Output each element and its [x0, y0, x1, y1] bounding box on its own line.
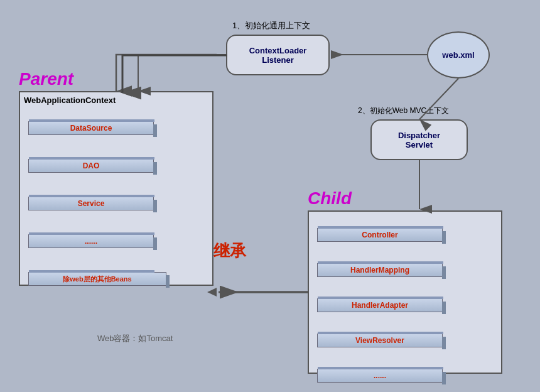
svg-marker-7 [207, 288, 217, 297]
inherit-label: 继承 [213, 240, 246, 262]
parent-label: Parent [19, 69, 73, 89]
list-item: 除web层的其他Beans [28, 272, 154, 291]
list-item: Controller [317, 228, 443, 247]
datasource-bar: DataSource [28, 121, 154, 135]
dao-bar: DAO [28, 159, 154, 173]
view-resolver-bar: ViewResolver [317, 334, 443, 347]
dispatcher-label: DispatcherServlet [398, 131, 440, 150]
parent-bars: DataSource DAO Service ...... 除web层的其他Be… [28, 116, 154, 296]
list-item: DAO [28, 159, 154, 178]
list-item: HandlerMapping [317, 263, 443, 282]
list-item: ...... [317, 369, 443, 388]
webxml-oval: web.xml [427, 31, 490, 79]
service-bar: Service [28, 197, 154, 210]
child-bars: Controller HandlerMapping HandlerAdapter… [317, 223, 443, 392]
list-item: Service [28, 197, 154, 215]
list-item: HandlerAdapter [317, 298, 443, 317]
child-label: Child [308, 188, 352, 209]
list-item: ViewResolver [317, 334, 443, 352]
context-loader-label: ContextLoaderListener [249, 46, 307, 65]
list-item: DataSource [28, 121, 154, 140]
handler-mapping-bar: HandlerMapping [317, 263, 443, 277]
parent-context-title: WebApplicationContext [24, 95, 116, 105]
context-loader-box: ContextLoaderListener [226, 35, 330, 75]
dispatcher-servlet-box: DispatcherServlet [370, 119, 468, 160]
dots-bar: ...... [28, 234, 154, 248]
init-mvc-label: 2、初始化Web MVC上下文 [358, 106, 449, 116]
list-item: ...... [28, 234, 154, 253]
webxml-label: web.xml [442, 50, 474, 60]
child-dots-bar: ...... [317, 369, 443, 383]
init-context-label: 1、初始化通用上下文 [232, 20, 310, 31]
web-container-label: Web容器：如Tomcat [97, 333, 173, 344]
other-beans-bar: 除web层的其他Beans [28, 272, 166, 286]
handler-adapter-bar: HandlerAdapter [317, 298, 443, 312]
controller-bar: Controller [317, 228, 443, 242]
